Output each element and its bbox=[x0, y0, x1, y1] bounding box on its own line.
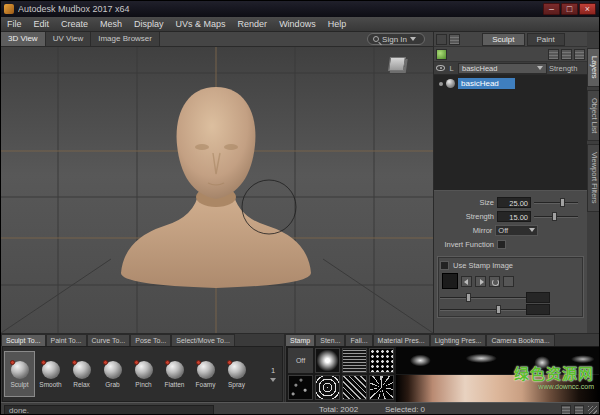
tab-falloff[interactable]: Fall... bbox=[345, 334, 372, 346]
maximize-button[interactable]: □ bbox=[561, 3, 578, 15]
stamp-thumbnail[interactable] bbox=[315, 348, 340, 373]
tab-paint[interactable]: Paint bbox=[527, 33, 565, 46]
tool-properties: Size 25.00 Strength 15.00 Mirror Off Inv… bbox=[434, 191, 587, 251]
use-stamp-image-checkbox[interactable] bbox=[440, 261, 449, 270]
tab-lighting-presets[interactable]: Lighting Pres... bbox=[430, 334, 487, 346]
sign-in-button[interactable]: Sign In bbox=[367, 33, 425, 45]
stamp-thumbnail[interactable] bbox=[369, 348, 394, 373]
tool-pinch[interactable]: Pinch bbox=[128, 351, 159, 397]
menu-create[interactable]: Create bbox=[55, 17, 94, 31]
stamp-off-button[interactable]: Off bbox=[288, 348, 313, 373]
status-settings-icon[interactable] bbox=[574, 405, 584, 415]
status-total: Total: 2002 bbox=[319, 405, 358, 414]
minimize-button[interactable]: – bbox=[543, 3, 560, 15]
tool-spray[interactable]: Spray bbox=[221, 351, 252, 397]
mesh-selector[interactable]: basicHead bbox=[458, 63, 547, 74]
tab-sculpt-tools[interactable]: Sculpt To... bbox=[1, 334, 46, 346]
stamp-thumbnail[interactable] bbox=[288, 375, 313, 400]
stamp-preview-image[interactable] bbox=[396, 375, 599, 402]
tab-stencil[interactable]: Sten... bbox=[315, 334, 345, 346]
tool-grab[interactable]: Grab bbox=[97, 351, 128, 397]
tab-3d-view[interactable]: 3D View bbox=[1, 32, 46, 46]
tab-select-move-tools[interactable]: Select/Move To... bbox=[171, 334, 235, 346]
new-sculpt-layer-icon[interactable] bbox=[436, 49, 447, 60]
menu-edit[interactable]: Edit bbox=[28, 17, 56, 31]
tab-camera-bookmarks[interactable]: Camera Bookma... bbox=[486, 334, 554, 346]
hotkey-dot-icon bbox=[103, 360, 108, 365]
tool-relax[interactable]: Relax bbox=[66, 351, 97, 397]
stamp-slider-1-value[interactable] bbox=[526, 292, 550, 303]
tool-flatten[interactable]: Flatten bbox=[159, 351, 190, 397]
brush-cursor bbox=[242, 180, 296, 234]
tool-smooth[interactable]: Smooth bbox=[35, 351, 66, 397]
hotkey-dot-icon bbox=[41, 360, 46, 365]
statusbar: done. Total: 2002 Selected: 0 bbox=[1, 402, 599, 415]
add-layer-icon[interactable] bbox=[436, 34, 447, 45]
tab-pose-tools[interactable]: Pose To... bbox=[130, 334, 171, 346]
strength-slider[interactable] bbox=[534, 212, 578, 221]
next-stamp-button[interactable] bbox=[475, 276, 486, 287]
spray-tool-icon bbox=[228, 361, 246, 379]
tab-layers[interactable]: Layers bbox=[587, 48, 600, 87]
resize-grip[interactable] bbox=[588, 406, 597, 415]
tab-viewport-filters[interactable]: Viewport Filters bbox=[587, 144, 600, 212]
status-message: done. bbox=[4, 405, 214, 415]
size-label: Size bbox=[434, 198, 494, 207]
import-layer-icon[interactable] bbox=[449, 34, 460, 45]
menu-uvs-maps[interactable]: UVs & Maps bbox=[170, 17, 232, 31]
menu-help[interactable]: Help bbox=[322, 17, 353, 31]
view-cube[interactable] bbox=[388, 57, 406, 71]
chevron-down-icon bbox=[410, 37, 416, 41]
tab-image-browser[interactable]: Image Browser bbox=[91, 32, 160, 46]
tab-stamp[interactable]: Stamp bbox=[285, 334, 315, 346]
stamp-thumbnail[interactable] bbox=[369, 375, 394, 400]
eye-icon[interactable] bbox=[436, 65, 445, 71]
menu-display[interactable]: Display bbox=[128, 17, 170, 31]
tab-curve-tools[interactable]: Curve To... bbox=[87, 334, 131, 346]
menu-mesh[interactable]: Mesh bbox=[94, 17, 128, 31]
shelf-page-number: 1 bbox=[271, 366, 275, 375]
status-selected: Selected: 0 bbox=[385, 405, 425, 414]
menu-file[interactable]: File bbox=[1, 17, 28, 31]
close-button[interactable]: × bbox=[579, 3, 596, 15]
layer-name: basicHead bbox=[458, 78, 515, 89]
relax-tool-icon bbox=[73, 361, 91, 379]
delete-layer-icon[interactable] bbox=[574, 49, 585, 60]
invert-function-checkbox[interactable] bbox=[497, 240, 506, 249]
tab-paint-tools[interactable]: Paint To... bbox=[46, 334, 87, 346]
size-slider[interactable] bbox=[534, 198, 578, 207]
tool-foamy[interactable]: Foamy bbox=[190, 351, 221, 397]
mirror-dropdown[interactable]: Off bbox=[495, 225, 538, 236]
viewport-toolbar: 3D View UV View Image Browser Sign In bbox=[1, 32, 433, 47]
tool-label: Spray bbox=[228, 381, 245, 388]
refresh-stamp-button[interactable] bbox=[489, 276, 500, 287]
stamp-thumbnail[interactable] bbox=[342, 348, 367, 373]
menu-render[interactable]: Render bbox=[232, 17, 274, 31]
tab-object-list[interactable]: Object List bbox=[587, 90, 600, 141]
menu-windows[interactable]: Windows bbox=[273, 17, 322, 31]
hotkey-dot-icon bbox=[10, 360, 15, 365]
tab-material-presets[interactable]: Material Pres... bbox=[373, 334, 430, 346]
layer-options-icon[interactable] bbox=[561, 49, 572, 60]
status-memory-icon[interactable] bbox=[561, 405, 571, 415]
layer-row[interactable]: basicHead bbox=[434, 77, 587, 90]
stamp-slider-2-value[interactable] bbox=[526, 304, 550, 315]
shelf-scroll-icon[interactable] bbox=[270, 378, 276, 382]
tab-sculpt[interactable]: Sculpt bbox=[482, 33, 524, 46]
size-value[interactable]: 25.00 bbox=[497, 197, 531, 208]
viewport-canvas[interactable] bbox=[1, 47, 433, 333]
stamp-thumbnail[interactable] bbox=[315, 375, 340, 400]
stamp-slider-1[interactable] bbox=[440, 293, 526, 302]
tool-shelf: Sculpt Smooth Relax Grab Pinch bbox=[2, 346, 283, 402]
current-stamp-thumbnail[interactable] bbox=[442, 273, 458, 289]
tool-sculpt[interactable]: Sculpt bbox=[4, 351, 35, 397]
strength-value[interactable]: 15.00 bbox=[497, 211, 531, 222]
viewport-3d[interactable] bbox=[1, 47, 433, 333]
stamp-slider-2[interactable] bbox=[440, 305, 526, 314]
stamp-options-button[interactable] bbox=[503, 276, 514, 287]
stamp-thumbnail[interactable] bbox=[342, 375, 367, 400]
stamp-filmstrip[interactable] bbox=[396, 347, 599, 374]
layer-group-icon[interactable] bbox=[548, 49, 559, 60]
prev-stamp-button[interactable] bbox=[461, 276, 472, 287]
tab-uv-view[interactable]: UV View bbox=[46, 32, 92, 46]
